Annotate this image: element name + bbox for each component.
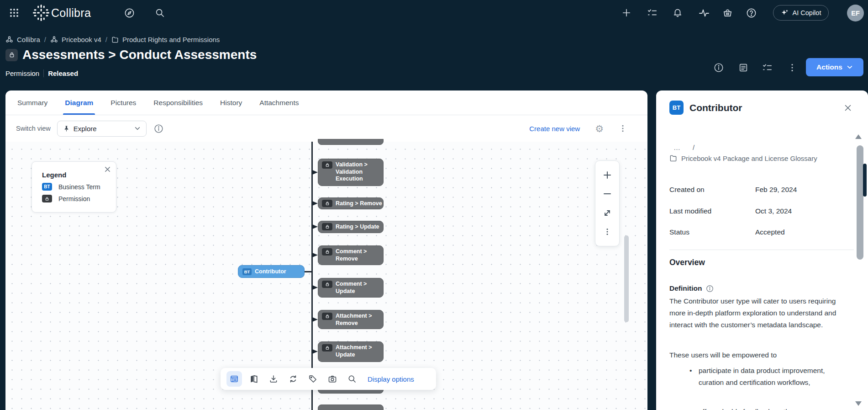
definition-paragraph: The Contributor user type will cater to … xyxy=(669,295,845,331)
diagram-node-rating-update[interactable]: Rating > Update xyxy=(318,221,384,233)
panel-close-icon[interactable] xyxy=(844,104,852,112)
checklist-icon[interactable] xyxy=(762,63,772,73)
diagram-node-attachment-update[interactable]: Attachment > Update xyxy=(318,341,384,362)
lock-icon xyxy=(322,223,332,230)
asset-type-label: Permission xyxy=(5,69,39,77)
diagram-node-validation-execution[interactable]: Validation > Validation Execution xyxy=(318,159,384,186)
diagram-kebab-icon[interactable] xyxy=(618,124,627,133)
field-created-on: Created onFeb 29, 2024 xyxy=(669,186,841,194)
display-options-link[interactable]: Display options xyxy=(368,375,414,383)
panel-breadcrumb-domain[interactable]: Pricebook v4 Package and License Glossar… xyxy=(669,154,817,162)
edge-arrow xyxy=(312,349,318,354)
collibra-logo-icon[interactable] xyxy=(32,0,50,26)
pin-icon xyxy=(63,125,70,132)
table-view-button[interactable] xyxy=(226,371,242,387)
activity-pulse-icon[interactable] xyxy=(699,0,710,26)
actions-button[interactable]: Actions xyxy=(806,58,863,76)
tasks-icon[interactable] xyxy=(647,0,658,26)
field-last-modified: Last modifiedOct 3, 2024 xyxy=(669,207,841,215)
panel-scrollbar-thumb[interactable] xyxy=(857,145,863,260)
panel-header: BT Contributor xyxy=(669,101,852,115)
more-options-kebab-icon[interactable] xyxy=(787,63,797,73)
breadcrumb-item-pricebook[interactable]: Pricebook v4 xyxy=(50,36,101,43)
source-node-connector xyxy=(304,271,312,272)
user-avatar[interactable]: EF xyxy=(847,5,864,21)
view-select-dropdown[interactable]: Explore xyxy=(57,121,147,137)
zoom-out-button[interactable] xyxy=(600,187,614,201)
tab-pictures[interactable]: Pictures xyxy=(110,91,136,115)
add-icon[interactable] xyxy=(621,0,631,26)
tab-summary[interactable]: Summary xyxy=(17,91,47,115)
tab-attachments[interactable]: Attachments xyxy=(259,91,299,115)
edge-arrow xyxy=(312,253,318,257)
canvas-zoom-controls xyxy=(595,160,620,246)
overview-heading: Overview xyxy=(669,258,705,267)
waffle-menu-icon[interactable] xyxy=(9,0,19,26)
definition-bullet: participate in data product improvement,… xyxy=(699,365,836,389)
overview-map-button[interactable] xyxy=(246,371,262,387)
brand-name: Collibra xyxy=(51,0,91,26)
refresh-layout-button[interactable] xyxy=(285,371,301,387)
definition-bullet: offer valuable feedback on the xyxy=(699,406,836,410)
tab-responsibilities[interactable]: Responsibilities xyxy=(153,91,203,115)
diagram-canvas[interactable]: Validation > Validation Execution Rating… xyxy=(5,142,647,410)
diagram-node-partial xyxy=(318,139,384,145)
ai-copilot-button[interactable]: AI Copilot xyxy=(773,5,829,21)
diagram-settings-gear-icon[interactable]: ⚙ xyxy=(595,124,604,133)
chevron-down-icon xyxy=(134,125,141,132)
lock-icon xyxy=(322,344,332,351)
diagram-node-comment-remove[interactable]: Comment > Remove xyxy=(318,245,384,265)
notifications-bell-icon[interactable] xyxy=(673,0,683,26)
lock-icon xyxy=(322,313,332,320)
comments-icon[interactable] xyxy=(738,63,748,73)
diagram-node-rating-remove[interactable]: Rating > Remove xyxy=(318,197,384,209)
panel-breadcrumb-collapsed[interactable]: … / xyxy=(673,144,694,151)
tab-diagram[interactable]: Diagram xyxy=(65,91,93,115)
tab-history[interactable]: History xyxy=(220,91,242,115)
page-title-row: Assessments > Conduct Assessments xyxy=(5,48,257,62)
definition-info-icon[interactable] xyxy=(706,285,714,293)
tab-bar: Summary Diagram Pictures Responsibilitie… xyxy=(5,91,647,115)
edge-arrow xyxy=(312,317,318,322)
fit-to-screen-button[interactable] xyxy=(600,206,614,220)
tag-button[interactable] xyxy=(305,371,321,387)
definition-heading: Definition xyxy=(669,284,714,293)
navigate-compass-icon[interactable] xyxy=(124,0,135,26)
legend-item-business-term: BT Business Term xyxy=(42,183,110,191)
meta-divider xyxy=(43,69,44,77)
marketplace-basket-icon[interactable] xyxy=(722,0,733,26)
panel-scroll-up-arrow[interactable] xyxy=(855,134,862,139)
collibra-app: Collibra AI Copilot xyxy=(0,0,868,410)
breadcrumb-item-collibra[interactable]: Collibra xyxy=(5,36,40,43)
legend-close-icon[interactable] xyxy=(105,166,110,172)
canvas-more-kebab-icon[interactable] xyxy=(600,225,614,239)
diagram-node-attachment-remove[interactable]: Attachment > Remove xyxy=(318,310,384,329)
lock-icon xyxy=(322,161,332,169)
panel-divider xyxy=(669,250,854,250)
edge-arrow xyxy=(312,285,318,290)
breadcrumb: Collibra / Pricebook v4 / Product Rights… xyxy=(5,36,220,43)
page-scrollbar-thumb[interactable] xyxy=(863,164,867,197)
download-button[interactable] xyxy=(266,371,281,387)
asset-main-card: Summary Diagram Pictures Responsibilitie… xyxy=(5,91,647,410)
panel-scroll-down-arrow[interactable] xyxy=(855,401,862,406)
asset-preview-panel: BT Contributor … / Pricebook v4 Package … xyxy=(656,91,868,410)
permission-type-lock-icon xyxy=(5,49,18,61)
diagram-node-comment-update[interactable]: Comment > Update xyxy=(318,278,384,298)
diagram-node-contributor[interactable]: BT Contributor xyxy=(238,265,305,278)
legend-panel: Legend BT Business Term Permission xyxy=(32,161,116,213)
snapshot-camera-button[interactable] xyxy=(325,371,340,387)
create-new-view-link[interactable]: Create new view xyxy=(529,125,580,133)
info-icon[interactable] xyxy=(714,63,724,73)
canvas-scrollbar-thumb[interactable] xyxy=(624,235,629,322)
business-term-badge: BT xyxy=(42,183,52,191)
search-diagram-button[interactable] xyxy=(344,371,360,387)
search-icon[interactable] xyxy=(155,0,165,26)
breadcrumb-item-domain[interactable]: Product Rights and Permissions xyxy=(111,36,220,43)
zoom-in-button[interactable] xyxy=(600,168,614,182)
business-term-badge: BT xyxy=(242,268,252,275)
help-icon[interactable] xyxy=(746,0,757,26)
edge-arrow xyxy=(312,201,318,206)
ellipsis-icon: … xyxy=(673,144,680,151)
view-info-icon[interactable] xyxy=(154,124,163,133)
